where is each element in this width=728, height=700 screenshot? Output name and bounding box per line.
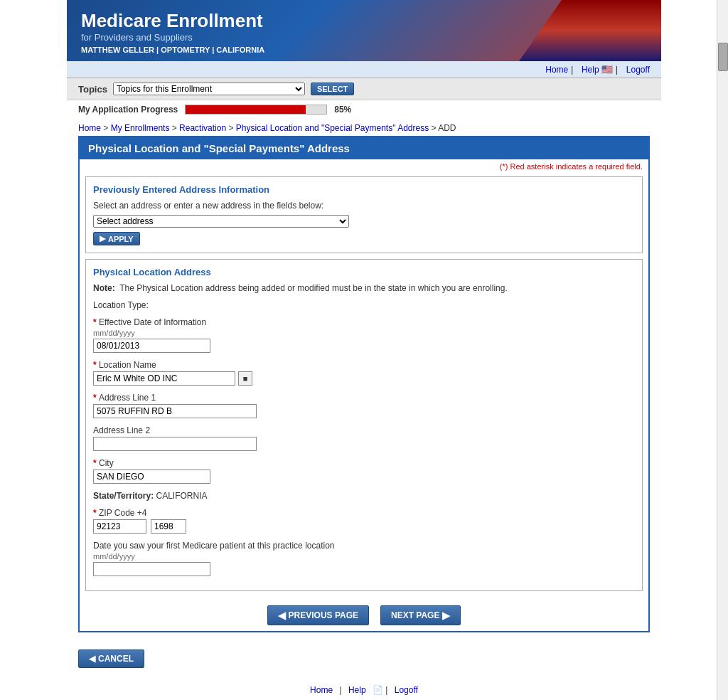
zip-row xyxy=(93,519,635,534)
previous-page-button[interactable]: ◀ PREVIOUS PAGE xyxy=(267,605,369,625)
breadcrumb-my-enrollments[interactable]: My Enrollments xyxy=(111,123,170,133)
zip-plus4-input[interactable] xyxy=(151,519,186,534)
progress-track xyxy=(185,105,327,115)
location-name-row: ■ xyxy=(93,371,635,386)
scrollbar-thumb[interactable] xyxy=(718,43,728,71)
prev-arrow-icon: ◀ xyxy=(278,610,286,621)
prev-page-label: PREVIOUS PAGE xyxy=(289,610,358,620)
next-page-label: NEXT PAGE xyxy=(391,610,439,620)
location-name-group: * Location Name ■ xyxy=(93,360,635,386)
location-name-input[interactable] xyxy=(93,371,235,386)
scrollbar[interactable] xyxy=(717,0,728,700)
effective-date-group: * Effective Date of Information mm/dd/yy… xyxy=(93,317,635,353)
nav-buttons: ◀ PREVIOUS PAGE NEXT PAGE ▶ xyxy=(80,597,648,631)
address-line2-label: Address Line 2 xyxy=(93,425,635,435)
breadcrumb-reactivation[interactable]: Reactivation xyxy=(179,123,226,133)
addr-select-row: Select address xyxy=(93,215,635,228)
breadcrumb-add: ADD xyxy=(438,123,456,133)
city-label: * City xyxy=(93,458,635,468)
phys-section-title: Physical Location Address xyxy=(93,267,635,277)
progress-label: My Application Progress xyxy=(78,105,178,115)
header-nav: Home | Help 🇺🇸 | Logoff xyxy=(67,61,661,78)
cancel-row: ◀ CANCEL xyxy=(67,644,661,674)
apply-label: APPLY xyxy=(108,235,134,243)
select-button[interactable]: SELECT xyxy=(311,83,354,95)
address-line2-input[interactable] xyxy=(93,437,257,451)
footer-logoff-link[interactable]: Logoff xyxy=(395,685,418,695)
breadcrumb: Home > My Enrollments > Reactivation > P… xyxy=(67,119,661,136)
breadcrumb-home[interactable]: Home xyxy=(78,123,101,133)
header-banner: Medicare Enrollment for Providers and Su… xyxy=(67,0,661,61)
breadcrumb-physical-location[interactable]: Physical Location and "Special Payments"… xyxy=(236,123,429,133)
logoff-link[interactable]: Logoff xyxy=(626,65,650,75)
address-line1-label: * Address Line 1 xyxy=(93,393,635,403)
apply-icon: ▶ xyxy=(100,234,105,243)
first-patient-date-hint: mm/dd/yyyy xyxy=(93,552,635,561)
state-label: State/Territory: xyxy=(93,491,154,501)
form-panel: Physical Location and "Special Payments"… xyxy=(78,136,650,632)
effective-date-input[interactable] xyxy=(93,339,210,353)
prev-address-section: Previously Entered Address Information S… xyxy=(85,176,643,253)
effective-date-hint: mm/dd/yyyy xyxy=(93,329,635,337)
help-link[interactable]: Help xyxy=(582,65,599,75)
home-link[interactable]: Home xyxy=(545,65,568,75)
next-arrow-icon: ▶ xyxy=(442,610,450,621)
city-input[interactable] xyxy=(93,470,210,484)
first-patient-date-label: Date you saw your first Medicare patient… xyxy=(93,541,635,551)
address-line1-input[interactable] xyxy=(93,404,257,418)
footer-home-link[interactable]: Home xyxy=(310,685,333,695)
form-panel-header: Physical Location and "Special Payments"… xyxy=(80,137,648,159)
progress-section: My Application Progress 85% xyxy=(67,100,661,119)
location-name-label: * Location Name xyxy=(93,360,635,370)
main-content: Physical Location and "Special Payments"… xyxy=(67,136,661,644)
lookup-icon[interactable]: ■ xyxy=(238,371,252,386)
cancel-button[interactable]: ◀ CANCEL xyxy=(78,649,144,668)
prev-section-instruction: Select an address or enter a new address… xyxy=(93,201,635,211)
required-note: (*) Red asterisk indicates a required fi… xyxy=(80,159,648,171)
topics-select[interactable]: Topics for this Enrollment xyxy=(113,83,305,95)
progress-percent: 85% xyxy=(334,105,351,115)
cancel-label: CANCEL xyxy=(98,654,134,664)
state-value: CALIFORNIA xyxy=(156,491,207,501)
note-body: The Physical Location address being adde… xyxy=(119,283,508,293)
location-type-label: Location Type: xyxy=(93,300,635,310)
address-line2-group: Address Line 2 xyxy=(93,425,635,451)
topics-bar: Topics Topics for this Enrollment SELECT xyxy=(67,78,661,100)
zip-input[interactable] xyxy=(93,519,146,534)
progress-fill xyxy=(186,105,305,114)
footer-help-link[interactable]: Help xyxy=(348,685,366,695)
user-info: MATTHEW GELLER | OPTOMETRY | CALIFORNIA xyxy=(81,46,647,54)
note-label: Note: xyxy=(93,283,115,293)
phys-note: Note: The Physical Location address bein… xyxy=(93,283,635,293)
first-patient-date-group: Date you saw your first Medicare patient… xyxy=(93,541,635,576)
next-page-button[interactable]: NEXT PAGE ▶ xyxy=(380,605,461,625)
zip-label: * ZIP Code +4 xyxy=(93,508,635,518)
apply-button[interactable]: ▶ APPLY xyxy=(93,232,140,245)
physical-location-section: Physical Location Address Note: The Phys… xyxy=(85,259,643,591)
state-row: State/Territory: CALIFORNIA xyxy=(93,491,635,501)
prev-section-title: Previously Entered Address Information xyxy=(93,184,635,195)
app-title: Medicare Enrollment xyxy=(81,10,647,32)
address-line1-group: * Address Line 1 xyxy=(93,393,635,418)
footer-nav: Home | Help 📄 | Logoff xyxy=(0,674,728,700)
city-group: * City xyxy=(93,458,635,484)
address-select[interactable]: Select address xyxy=(93,215,349,228)
effective-date-label: * Effective Date of Information xyxy=(93,317,635,327)
location-type-group: Location Type: xyxy=(93,300,635,310)
zip-group: * ZIP Code +4 xyxy=(93,508,635,534)
topics-label: Topics xyxy=(78,84,107,95)
first-patient-date-input[interactable] xyxy=(93,562,210,576)
cancel-arrow-icon: ◀ xyxy=(89,654,95,664)
app-subtitle: for Providers and Suppliers xyxy=(81,32,647,43)
